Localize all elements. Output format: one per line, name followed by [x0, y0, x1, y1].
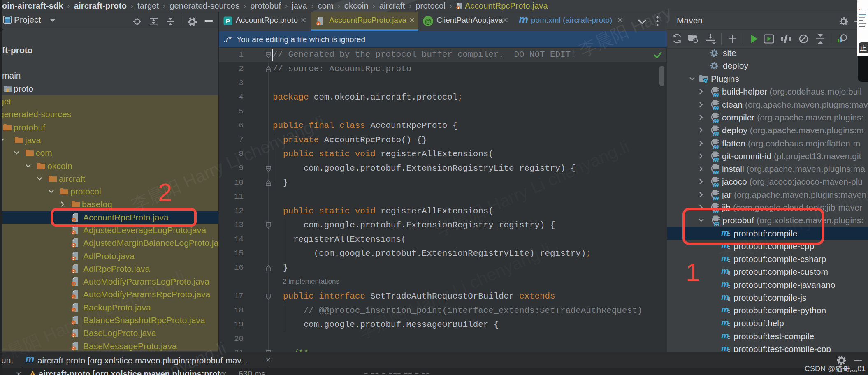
svg-text:J: J — [72, 333, 74, 338]
svg-text:P: P — [226, 18, 230, 25]
svg-text:J: J — [72, 269, 74, 273]
svg-text:J: J — [72, 282, 74, 286]
svg-text:@: @ — [425, 18, 432, 25]
svg-text:J: J — [72, 256, 74, 261]
svg-text:J: J — [72, 320, 74, 325]
svg-text:J: J — [72, 346, 74, 351]
svg-text:J: J — [72, 230, 74, 235]
svg-text:J: J — [72, 243, 74, 248]
svg-text:J: J — [72, 294, 74, 299]
svg-text:J: J — [72, 308, 74, 312]
svg-text:J: J — [317, 21, 319, 26]
